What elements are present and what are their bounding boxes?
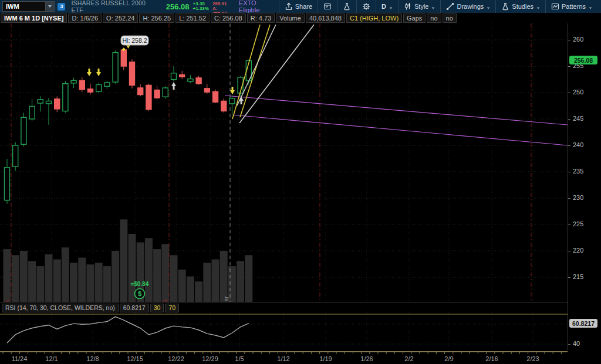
volume-bar bbox=[112, 251, 119, 302]
candle-12/15 bbox=[130, 59, 135, 89]
info-chip[interactable]: R: 4.73 bbox=[247, 13, 275, 23]
time-axis[interactable]: 11/2412/112/812/1512/2212/291/51/121/191… bbox=[0, 351, 601, 364]
toolbar-button-gear[interactable] bbox=[356, 0, 376, 13]
info-chip[interactable]: L: 251.52 bbox=[175, 13, 210, 23]
volume-bar bbox=[145, 238, 153, 302]
volume-bar bbox=[62, 247, 69, 302]
volume-bar bbox=[212, 260, 220, 302]
candle-12/22 bbox=[171, 66, 177, 81]
volume-bar bbox=[178, 270, 186, 302]
volume-bar bbox=[87, 264, 94, 302]
purple-trendline[interactable] bbox=[225, 96, 568, 125]
time-tick-label: 2/9 bbox=[444, 355, 453, 362]
time-tick-label: 12/29 bbox=[202, 355, 218, 362]
gear-icon bbox=[362, 2, 370, 11]
candle-12/8 bbox=[88, 84, 93, 95]
info-chip[interactable]: no bbox=[427, 13, 441, 23]
volume-bar bbox=[53, 260, 61, 302]
candle-12/2 bbox=[55, 96, 60, 112]
price-tick-label: 260 bbox=[573, 36, 583, 43]
info-chip[interactable]: H: 256.25 bbox=[139, 13, 174, 23]
toolbar-button-patterns[interactable]: Patterns bbox=[545, 0, 597, 13]
toolbar-button-studies[interactable]: Studies bbox=[495, 0, 545, 13]
candle-12/29 bbox=[204, 84, 210, 94]
candle-12/17 bbox=[146, 84, 151, 111]
toolbar-label: Patterns bbox=[562, 3, 586, 10]
yellow-trendline[interactable] bbox=[232, 25, 260, 119]
volume-bar bbox=[237, 261, 244, 302]
rsi-pane bbox=[0, 312, 568, 351]
toolbar-label: Studies bbox=[512, 3, 534, 10]
price-tick-label: 240 bbox=[573, 141, 583, 148]
toolbar-label: Drawings bbox=[457, 3, 484, 10]
candle-11/25 bbox=[21, 113, 26, 147]
rsi-study-header: RSI (14, 70, 30, CLOSE, WILDERS, no)60.8… bbox=[1, 303, 180, 312]
chevron-down-icon bbox=[390, 7, 393, 9]
last-price: 256.08 bbox=[166, 2, 190, 11]
rsi-param-chip[interactable]: 70 bbox=[165, 304, 179, 312]
info-chip[interactable]: no bbox=[443, 13, 457, 23]
chevron-down-icon bbox=[537, 7, 540, 9]
last-price-badge: 256.08 bbox=[569, 56, 597, 64]
info-chip[interactable]: Volume bbox=[276, 13, 305, 23]
high-price-label[interactable]: Hi: 258.2 bbox=[121, 36, 148, 51]
toolbar-button-style[interactable]: Style bbox=[398, 0, 440, 13]
time-tick-label: 12/15 bbox=[127, 355, 143, 362]
info-chip[interactable]: C1 (HIGH, LOW) bbox=[346, 13, 402, 23]
rsi-param-chip[interactable]: 30 bbox=[150, 304, 164, 312]
price-change: +3.35 +1.33% bbox=[193, 2, 209, 12]
yellow-down-arrow bbox=[230, 87, 235, 94]
volume-bar bbox=[28, 261, 36, 302]
volume-bar bbox=[103, 266, 111, 302]
rsi-param-chip[interactable]: 60.8217 bbox=[120, 304, 149, 312]
change-percent: +1.33% bbox=[193, 6, 209, 11]
volume-bar bbox=[45, 254, 53, 302]
exto-eligible-label: EXTO Eligible bbox=[239, 0, 279, 13]
trendline-icon bbox=[446, 2, 454, 11]
candle-12/9 bbox=[96, 83, 102, 93]
toolbar-button-beaker[interactable] bbox=[337, 0, 356, 13]
chevron-down-icon bbox=[487, 7, 490, 9]
yellow-down-arrow bbox=[87, 69, 92, 76]
dividend-amount: ≈$0.84 bbox=[131, 281, 149, 287]
candle-11/21 bbox=[5, 159, 10, 204]
toolbar-button-share[interactable]: Share bbox=[279, 0, 318, 13]
volume-bar bbox=[153, 249, 161, 302]
yellow-trendline[interactable] bbox=[240, 25, 270, 117]
rsi-param-chip[interactable]: RSI (14, 70, 30, CLOSE, WILDERS, no) bbox=[2, 304, 119, 312]
candle-12/1 bbox=[46, 98, 52, 125]
chevron-down-icon bbox=[432, 7, 435, 9]
info-chip[interactable]: Gaps bbox=[403, 13, 426, 23]
time-tick-label: 12/1 bbox=[45, 355, 58, 362]
chart-title-chip[interactable]: IWM 6 M 1D [NYSE] bbox=[1, 13, 67, 23]
time-tick-label: 11/24 bbox=[12, 355, 28, 362]
time-tick-label: 1/5 bbox=[235, 355, 244, 362]
price-tick-label: 245 bbox=[573, 115, 583, 122]
candle-12/3 bbox=[63, 81, 68, 113]
toolbar-label: Share bbox=[295, 3, 312, 10]
symbol-value: IWM bbox=[3, 3, 45, 10]
price-tick-label: 225 bbox=[573, 220, 583, 227]
toolbar-button-report[interactable] bbox=[318, 0, 337, 13]
report-icon bbox=[323, 2, 332, 11]
symbol-dropdown-caret[interactable] bbox=[45, 2, 54, 11]
toolbar-button-drawings[interactable]: Drawings bbox=[440, 0, 495, 13]
info-chip[interactable]: O: 252.24 bbox=[103, 13, 138, 23]
yellow-down-arrow bbox=[96, 69, 101, 76]
link-channel-badge[interactable]: 3 bbox=[58, 3, 65, 11]
price-tick-label: 250 bbox=[573, 89, 583, 96]
time-tick-label: 1/19 bbox=[319, 355, 332, 362]
volume-bar bbox=[78, 258, 86, 302]
symbol-input[interactable]: IWM bbox=[2, 1, 55, 12]
time-tick-label: 12/8 bbox=[86, 355, 99, 362]
thinkorswim-chart-window: IWM 3 ISHARES RUSSELL 2000 ETF 256.08 +3… bbox=[0, 0, 601, 364]
chart-area: 11/21/2512/19/252025 year1/16/262/20/26H… bbox=[0, 23, 601, 364]
info-chip[interactable]: 40,613,848 bbox=[306, 13, 345, 23]
time-tick-label: 2/23 bbox=[526, 355, 539, 362]
info-chip[interactable]: D: 1/6/26 bbox=[68, 13, 102, 23]
price-axis[interactable]: 260255250245240235230225220215256.0860.8… bbox=[568, 23, 601, 351]
price-tick-label: 215 bbox=[573, 273, 583, 280]
toolbar-button-d[interactable]: D bbox=[376, 0, 398, 13]
pattern-icon bbox=[551, 2, 559, 11]
info-chip[interactable]: C: 256.08 bbox=[211, 13, 246, 23]
